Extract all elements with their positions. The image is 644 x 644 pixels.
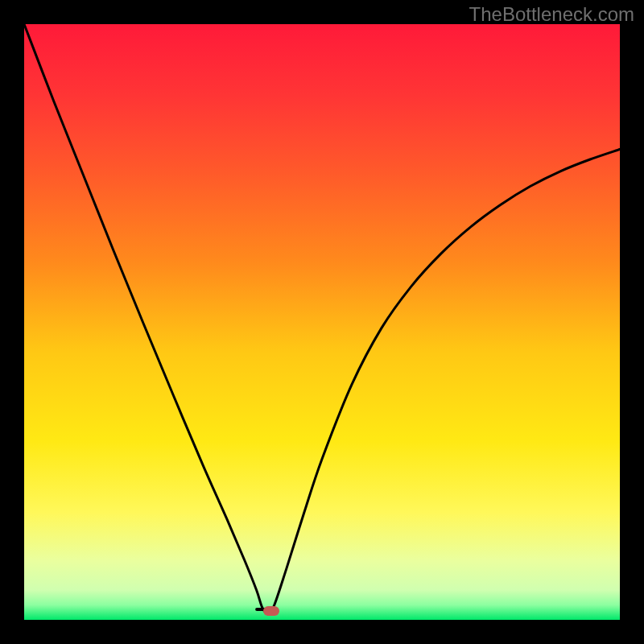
- chart-svg: [24, 24, 620, 620]
- figure-root: TheBottleneck.com: [0, 0, 644, 644]
- plot-area: [24, 24, 620, 620]
- gradient-background: [24, 24, 620, 620]
- minimum-marker: [263, 606, 279, 616]
- watermark-text: TheBottleneck.com: [469, 3, 634, 26]
